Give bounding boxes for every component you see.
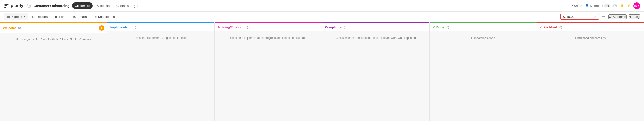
kanban-icon: ▦ xyxy=(7,15,10,18)
svg-rect-0 xyxy=(4,3,9,4)
col-title-completion: Completion xyxy=(325,25,342,29)
subnav-kanban[interactable]: ▦ Kanban ▾ xyxy=(4,13,28,20)
pipefy-logo-icon xyxy=(4,3,9,8)
col-desc-implementation: Assist the customer during implementatio… xyxy=(108,31,215,121)
subnav-kanban-label: Kanban xyxy=(11,15,22,18)
col-title-done: Done xyxy=(436,25,444,29)
col-count-completion: (0) xyxy=(344,25,348,29)
pipeline-name: Customer Onboarding xyxy=(34,4,70,8)
subnav-form-label: Form xyxy=(59,15,66,18)
col-desc-done: Onboardings done xyxy=(430,31,537,121)
col-count-training: (0) xyxy=(247,25,250,29)
col-title-archived: Archived xyxy=(544,25,557,29)
form-icon: ▣ xyxy=(54,15,58,18)
logo: pipefy xyxy=(4,3,24,8)
col-header-implementation: Implementation (0) xyxy=(108,22,215,31)
share-icon: ↗ xyxy=(570,4,573,7)
subnav-dashboards[interactable]: ◎ Dashboards xyxy=(91,13,118,20)
kanban-col-done: ✓ Done (0) Onboardings done xyxy=(430,22,537,121)
col-title-training: Training/Follow up xyxy=(218,25,245,29)
col-add-welcome[interactable]: + xyxy=(99,25,104,31)
members-icon: 👤 xyxy=(585,4,589,7)
kanban-board: Welcome (0) + Manage your sales funnel w… xyxy=(0,22,644,121)
nav-tab-accounts[interactable]: Accounts xyxy=(94,2,112,9)
chevron-down-icon: ▾ xyxy=(24,15,25,18)
col-desc-training: Check the implementation progress and sc… xyxy=(215,31,322,121)
svg-rect-2 xyxy=(4,7,6,8)
subnav-reports-label: Reports xyxy=(37,15,48,18)
top-nav: pipefy Customer Onboarding Customers Acc… xyxy=(0,0,644,11)
col-header-archived: ✓ Archived (0) xyxy=(537,22,644,31)
pipeline-icon xyxy=(26,3,31,8)
sub-nav: ▦ Kanban ▾ ▤ Reports ▣ Form ✉ Emails ◎ D… xyxy=(0,11,644,22)
logo-text: pipefy xyxy=(10,3,24,8)
chat-icon: 💬 xyxy=(134,3,138,8)
search-input[interactable] xyxy=(563,15,593,18)
col-count-welcome: (0) xyxy=(18,26,22,30)
svg-point-4 xyxy=(27,5,28,6)
share-button[interactable]: ↗ Share xyxy=(570,4,582,7)
members-label: Members xyxy=(590,4,603,7)
activity-button[interactable]: ⚡ xyxy=(626,4,630,7)
subnav-dashboards-label: Dashboards xyxy=(98,15,115,18)
notifications-button[interactable]: 🕐 xyxy=(613,4,617,7)
kanban-col-training: Training/Follow up (0) Check the impleme… xyxy=(215,22,322,121)
activity-icon: ⚡ xyxy=(626,4,630,7)
col-desc-welcome: Manage your sales funnel with the "Sales… xyxy=(0,32,107,121)
svg-point-5 xyxy=(29,5,30,6)
kanban-col-completion: Completion (0) Check whether the custome… xyxy=(322,22,430,121)
col-title-implementation: Implementation xyxy=(110,25,134,29)
dashboards-icon: ◎ xyxy=(94,15,96,18)
filter-icon[interactable]: ⚌ xyxy=(602,14,605,19)
subnav-emails-label: Emails xyxy=(78,15,87,18)
kanban-col-archived: ✓ Archived (0) Unfinished onboardings xyxy=(537,22,644,121)
search-box: ✕ xyxy=(560,14,599,19)
kanban-col-welcome: Welcome (0) + Manage your sales funnel w… xyxy=(0,22,108,121)
col-count-done: (0) xyxy=(446,25,449,29)
avatar[interactable]: Kap xyxy=(634,2,640,9)
kanban-col-implementation: Implementation (0) Assist the customer d… xyxy=(108,22,215,121)
integrations-button[interactable]: ↺ Integ xyxy=(628,14,640,19)
col-header-completion: Completion (0) xyxy=(322,22,429,31)
members-count: (1) xyxy=(604,4,610,7)
col-header-done: ✓ Done (0) xyxy=(430,22,537,31)
svg-rect-1 xyxy=(4,5,7,6)
col-count-implementation: (0) xyxy=(135,25,138,29)
archived-check-icon: ✓ xyxy=(540,25,542,29)
nav-tab-contacts[interactable]: Contacts xyxy=(114,2,132,9)
emails-icon: ✉ xyxy=(73,15,76,18)
subnav-emails[interactable]: ✉ Emails xyxy=(70,13,90,20)
col-count-archived: (0) xyxy=(558,25,562,29)
col-desc-completion: Check whether the customer has achieved … xyxy=(322,31,429,121)
share-label: Share xyxy=(574,4,582,7)
done-check-icon: ✓ xyxy=(432,25,435,29)
nav-tab-customers[interactable]: Customers xyxy=(72,2,93,9)
integ-label: Integ xyxy=(633,15,640,18)
automate-button[interactable]: ⚙ Automate xyxy=(608,14,626,19)
automate-label: Automate xyxy=(612,15,626,18)
search-clear-icon[interactable]: ✕ xyxy=(594,15,597,18)
integ-icon: ↺ xyxy=(629,15,632,18)
col-header-training: Training/Follow up (0) xyxy=(215,22,322,31)
bell-icon: 🔔 xyxy=(620,4,624,7)
subnav-form[interactable]: ▣ Form xyxy=(52,13,69,20)
automate-icon: ⚙ xyxy=(609,15,612,18)
reports-icon: ▤ xyxy=(32,15,35,18)
col-header-welcome: Welcome (0) + xyxy=(0,22,107,32)
top-nav-right: ↗ Share 👤 Members (1) 🕐 🔔 ⚡ Kap xyxy=(570,2,640,9)
col-desc-archived: Unfinished onboardings xyxy=(537,31,644,121)
bell-button[interactable]: 🔔 xyxy=(620,4,624,7)
sub-nav-right: ✕ ⚌ ⚙ Automate ↺ Integ xyxy=(560,14,640,19)
subnav-reports[interactable]: ▤ Reports xyxy=(29,13,51,20)
clock-icon: 🕐 xyxy=(613,4,617,7)
col-title-welcome: Welcome xyxy=(3,26,17,30)
members-button[interactable]: 👤 Members (1) xyxy=(585,4,610,7)
